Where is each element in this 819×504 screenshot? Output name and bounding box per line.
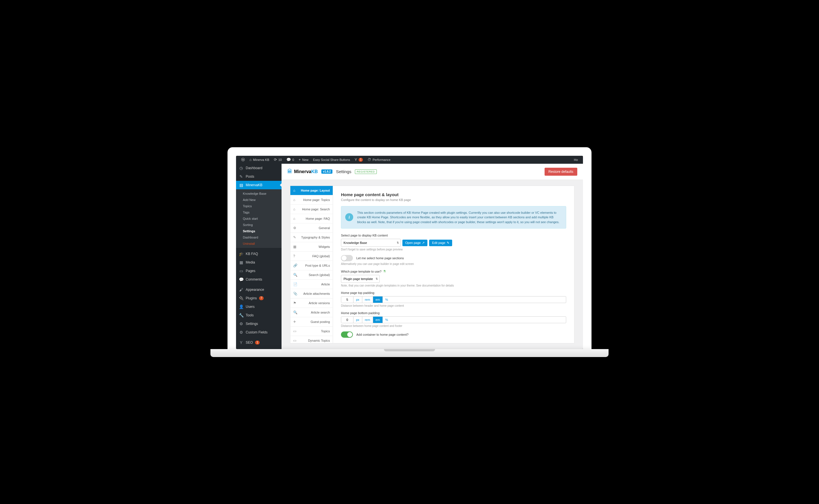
tab-widgets[interactable]: ▦Widgets bbox=[290, 242, 333, 252]
menu-item-posts[interactable]: ✎Posts bbox=[236, 172, 281, 181]
submenu-quick-start[interactable]: Quick start bbox=[236, 215, 281, 222]
menu-item-appearance[interactable]: 🖌Appearance bbox=[236, 285, 281, 294]
menu-icon: 🔌 bbox=[239, 296, 243, 300]
wp-adminbar: ⓦ ⌂Minerva KB ⟳10 💬0 +New Easy Social Sh… bbox=[236, 156, 583, 164]
tab-article-attachments[interactable]: 📎Article attachments bbox=[290, 289, 333, 298]
select-page-label: Select page to display KB content bbox=[341, 234, 566, 237]
menu-item-users[interactable]: 👤Users bbox=[236, 302, 281, 311]
section-title: Home page content & layout bbox=[341, 192, 566, 197]
menu-item-pages[interactable]: ▭Pages bbox=[236, 267, 281, 275]
tab-label: Article attachments bbox=[303, 292, 330, 295]
template-select[interactable]: Plugin page template bbox=[341, 275, 379, 283]
unit-em[interactable]: em bbox=[373, 317, 382, 323]
menu-item-seo[interactable]: YSEO1 bbox=[236, 338, 281, 347]
tab-icon: ⌂ bbox=[293, 198, 295, 202]
unit-em[interactable]: em bbox=[373, 296, 382, 303]
tab-icon: 📎 bbox=[293, 292, 297, 296]
submenu-dashboard[interactable]: Dashboard bbox=[236, 234, 281, 240]
menu-icon: 💬 bbox=[239, 277, 243, 282]
unit-%[interactable]: % bbox=[382, 296, 391, 303]
tab-post-type-urls[interactable]: 🔗Post type & URLs bbox=[290, 261, 333, 270]
tab-home-page-faq[interactable]: ⌂Home page: FAQ bbox=[290, 214, 333, 223]
unit-rem[interactable]: rem bbox=[362, 296, 373, 303]
page-header: 🏛 MinervaKB v1.6.2 Settings REGISTERED R… bbox=[281, 164, 583, 180]
menu-label: SEO bbox=[246, 341, 253, 345]
restore-defaults-button[interactable]: Restore defaults bbox=[545, 168, 577, 176]
ab-site[interactable]: ⌂Minerva KB bbox=[247, 157, 271, 162]
sections-toggle[interactable] bbox=[341, 255, 353, 261]
tab-label: Topics bbox=[321, 329, 330, 333]
unit-rem[interactable]: rem bbox=[362, 317, 373, 323]
bottom-padding-input[interactable] bbox=[341, 317, 353, 323]
submenu-sorting[interactable]: Sorting bbox=[236, 222, 281, 228]
container-toggle[interactable] bbox=[341, 331, 353, 338]
menu-item-comments[interactable]: 💬Comments bbox=[236, 275, 281, 284]
menu-icon: ⚙ bbox=[239, 322, 243, 326]
tab-search-(global)[interactable]: 🔍Search (global) bbox=[290, 270, 333, 280]
info-box: i This section controls parameters of KB… bbox=[341, 206, 566, 229]
unit-%[interactable]: % bbox=[382, 317, 391, 323]
select-page-help: Don't forget to save settings before pag… bbox=[341, 248, 566, 251]
tab-general[interactable]: ⚙General bbox=[290, 223, 333, 233]
tab-typography-styles[interactable]: ✎Typography & Styles bbox=[290, 233, 333, 242]
submenu-uninstall[interactable]: Uninstall bbox=[236, 240, 281, 247]
tab-article-search[interactable]: 🔍Article search bbox=[290, 308, 333, 317]
tab-home-page-search[interactable]: ⌂Home page: Search bbox=[290, 205, 333, 214]
ab-performance[interactable]: ⏱Performance bbox=[365, 157, 393, 162]
open-page-button[interactable]: Open page ↗ bbox=[402, 240, 428, 246]
wp-logo[interactable]: ⓦ bbox=[239, 157, 247, 162]
tab-label: Widgets bbox=[318, 245, 330, 248]
submenu-tags[interactable]: Tags bbox=[236, 209, 281, 215]
top-padding-help: Distance between header and home page co… bbox=[341, 304, 566, 307]
tab-home-page-layout[interactable]: ⌂Home page: Layout bbox=[290, 186, 333, 195]
tab-icon: ⌂ bbox=[293, 217, 295, 221]
ab-yoast[interactable]: Y1 bbox=[352, 157, 365, 162]
tab-icon: ▭ bbox=[293, 329, 296, 333]
tab-article-versions[interactable]: ⚑Article versions bbox=[290, 298, 333, 308]
ab-updates[interactable]: ⟳10 bbox=[271, 157, 284, 162]
ab-comments[interactable]: 💬0 bbox=[284, 157, 296, 162]
menu-label: Appearance bbox=[246, 288, 264, 292]
tab-faq-(global)[interactable]: ?FAQ (global) bbox=[290, 252, 333, 261]
template-help: Note, that you can override plugin templ… bbox=[341, 284, 566, 287]
menu-icon: 🖌 bbox=[239, 287, 243, 292]
menu-item-performance[interactable]: ⏱Performance bbox=[236, 347, 281, 349]
submenu-settings[interactable]: Settings bbox=[236, 228, 281, 234]
tab-label: General bbox=[319, 226, 330, 230]
menu-label: Dashboard bbox=[246, 166, 262, 170]
tab-dynamic-topics[interactable]: ▭Dynamic Topics bbox=[290, 336, 333, 343]
tab-icon: 🔍 bbox=[293, 273, 297, 277]
tab-icon: ✎ bbox=[293, 235, 296, 239]
tab-guest-posting[interactable]: ✈Guest posting bbox=[290, 317, 333, 327]
menu-item-plugins[interactable]: 🔌Plugins7 bbox=[236, 294, 281, 302]
menu-label: Plugins bbox=[246, 296, 257, 300]
submenu-add-new[interactable]: Add New bbox=[236, 197, 281, 203]
menu-item-settings[interactable]: ⚙Settings bbox=[236, 320, 281, 328]
tab-article[interactable]: 📄Article bbox=[290, 280, 333, 289]
ab-howdy[interactable]: Ho bbox=[572, 158, 580, 161]
ab-new[interactable]: +New bbox=[296, 157, 311, 162]
edit-page-button[interactable]: Edit page ✎ bbox=[429, 240, 452, 246]
tab-home-page-topics[interactable]: ⌂Home page: Topics bbox=[290, 195, 333, 205]
submenu-knowledge-base[interactable]: Knowledge Base bbox=[236, 190, 281, 197]
menu-icon: Y bbox=[239, 340, 243, 345]
tab-label: Guest posting bbox=[310, 320, 330, 323]
menu-badge: 7 bbox=[259, 296, 264, 300]
menu-label: Tools bbox=[246, 313, 254, 317]
bottom-padding-help: Distance between home page content and f… bbox=[341, 324, 566, 327]
unit-px[interactable]: px bbox=[353, 296, 362, 303]
unit-px[interactable]: px bbox=[353, 317, 362, 323]
top-padding-input[interactable] bbox=[341, 296, 353, 303]
sections-toggle-help: Alternatively you can use page builder i… bbox=[341, 262, 566, 266]
kb-page-select[interactable]: Knowledge Base bbox=[341, 239, 401, 247]
tab-topics[interactable]: ▭Topics bbox=[290, 327, 333, 336]
tab-icon: ▦ bbox=[293, 245, 296, 249]
menu-item-tools[interactable]: 🔧Tools bbox=[236, 311, 281, 320]
ab-essb[interactable]: Easy Social Share Buttons bbox=[311, 158, 352, 161]
menu-item-media[interactable]: ▦Media bbox=[236, 258, 281, 267]
menu-item-kb-faq[interactable]: 🎓KB FAQ bbox=[236, 250, 281, 258]
menu-item-custom-fields[interactable]: ⚙Custom Fields bbox=[236, 328, 281, 337]
menu-item-dashboard[interactable]: ◷Dashboard bbox=[236, 164, 281, 172]
submenu-topics[interactable]: Topics bbox=[236, 203, 281, 209]
menu-item-minervakb[interactable]: ▤MinervaKB bbox=[236, 181, 281, 189]
